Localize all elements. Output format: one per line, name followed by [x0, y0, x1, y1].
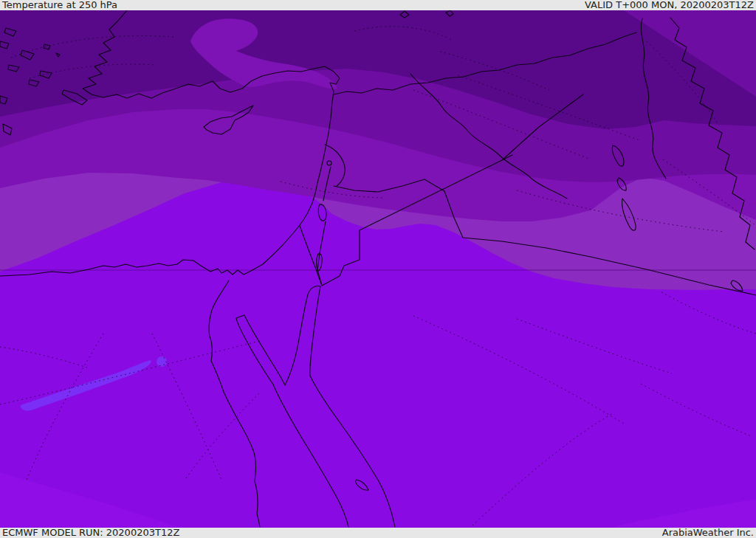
temperature-map	[0, 10, 756, 528]
model-run-label: ECMWF MODEL RUN: 20200203T12Z	[2, 528, 179, 538]
header-bar: Temperature at 250 hPa VALID T+000 MON, …	[0, 0, 756, 10]
footer-bar: ECMWF MODEL RUN: 20200203T12Z ArabiaWeat…	[0, 528, 756, 538]
temperature-bands	[0, 10, 756, 528]
page-title: Temperature at 250 hPa	[2, 0, 117, 10]
valid-time-label: VALID T+000 MON, 20200203T12Z	[585, 0, 754, 10]
map-area	[0, 10, 756, 528]
cold-pocket-dot	[157, 356, 167, 367]
weather-map-screenshot: Temperature at 250 hPa VALID T+000 MON, …	[0, 0, 756, 538]
provider-label: ArabiaWeather Inc.	[662, 528, 754, 538]
